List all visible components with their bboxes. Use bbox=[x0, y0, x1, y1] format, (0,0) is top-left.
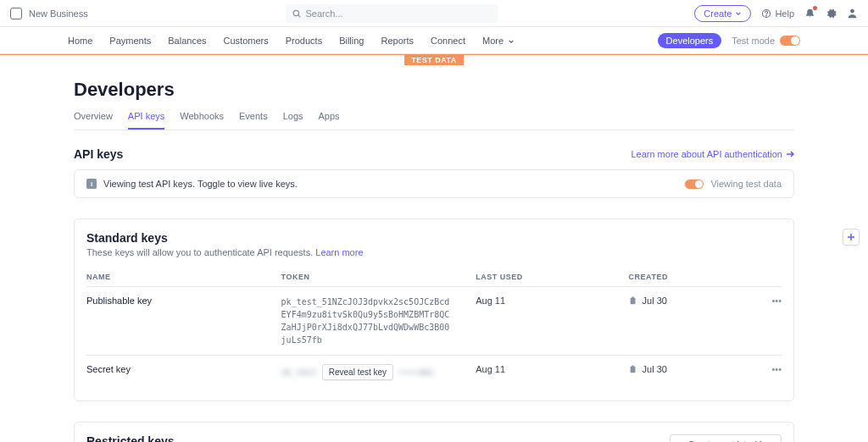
standard-keys-title: Standard keys bbox=[86, 231, 782, 245]
clipboard-icon bbox=[629, 365, 637, 373]
nav-more[interactable]: More bbox=[482, 36, 515, 46]
standard-keys-card: Standard keys These keys will allow you … bbox=[74, 218, 794, 401]
viewing-test-data-toggle[interactable] bbox=[685, 180, 704, 189]
svg-rect-5 bbox=[630, 298, 635, 305]
table-row: Publishable key pk_test_51NZcJOJ3dpvkx2s… bbox=[86, 287, 782, 356]
settings-button[interactable] bbox=[826, 8, 837, 19]
nav-payments[interactable]: Payments bbox=[109, 36, 151, 46]
col-last-used: LAST USED bbox=[476, 268, 628, 287]
col-name: NAME bbox=[86, 268, 281, 287]
svg-point-4 bbox=[850, 9, 854, 14]
tab-webhooks[interactable]: Webhooks bbox=[180, 111, 224, 130]
restricted-keys-card: Restricted keys For greater security, yo… bbox=[74, 422, 794, 442]
nav-connect[interactable]: Connect bbox=[431, 36, 465, 46]
api-keys-title: API keys bbox=[74, 147, 123, 161]
search-icon bbox=[292, 9, 301, 18]
chevron-down-icon bbox=[735, 10, 742, 17]
tab-logs[interactable]: Logs bbox=[283, 111, 303, 130]
col-token: TOKEN bbox=[281, 268, 476, 287]
nav-billing[interactable]: Billing bbox=[339, 36, 364, 46]
test-mode-label: Test mode bbox=[732, 36, 775, 46]
standard-keys-learn-more[interactable]: Learn more bbox=[315, 247, 363, 257]
test-data-separator: TEST DATA bbox=[0, 54, 868, 65]
add-fab[interactable] bbox=[843, 229, 860, 246]
nav-balances[interactable]: Balances bbox=[168, 36, 206, 46]
standard-keys-table: NAME TOKEN LAST USED CREATED Publishable… bbox=[86, 268, 782, 389]
key-created: Jul 30 bbox=[643, 296, 667, 306]
row-actions[interactable]: ••• bbox=[754, 356, 782, 390]
nav-home[interactable]: Home bbox=[68, 36, 92, 46]
col-created: CREATED bbox=[629, 268, 754, 287]
help-icon bbox=[761, 8, 771, 19]
svg-rect-8 bbox=[632, 365, 634, 367]
tab-api-keys[interactable]: API keys bbox=[128, 111, 164, 130]
tab-apps[interactable]: Apps bbox=[319, 111, 340, 130]
learn-auth-link[interactable]: Learn more about API authentication bbox=[631, 149, 794, 159]
arrow-right-icon bbox=[786, 150, 794, 158]
developers-pill[interactable]: Developers bbox=[658, 33, 722, 48]
plus-icon bbox=[847, 233, 855, 241]
app-icon bbox=[10, 8, 22, 19]
nav-customers[interactable]: Customers bbox=[224, 36, 269, 46]
business-name[interactable]: New Business bbox=[29, 8, 88, 19]
key-last-used: Aug 11 bbox=[476, 287, 628, 356]
svg-rect-6 bbox=[632, 296, 634, 298]
key-last-used: Aug 11 bbox=[476, 356, 628, 390]
test-keys-banner: i Viewing test API keys. Toggle to view … bbox=[74, 169, 794, 198]
key-token-hidden: sk_test Reveal test key ••••abc bbox=[281, 364, 435, 380]
test-data-badge: TEST DATA bbox=[404, 55, 464, 65]
test-mode-toggle-wrap: Test mode bbox=[732, 36, 800, 46]
viewing-test-data-label: Viewing test data bbox=[710, 179, 782, 189]
search-placeholder: Search... bbox=[306, 8, 343, 19]
nav-reports[interactable]: Reports bbox=[381, 36, 415, 46]
test-mode-toggle[interactable] bbox=[780, 36, 800, 46]
svg-point-3 bbox=[766, 15, 767, 16]
reveal-key-button[interactable]: Reveal test key bbox=[322, 364, 393, 380]
page-title: Developers bbox=[74, 79, 794, 101]
key-token[interactable]: pk_test_51NZcJOJ3dpvkx2sc5OJCzBcdEYF4m9z… bbox=[281, 296, 451, 346]
svg-point-0 bbox=[293, 10, 298, 15]
nav-products[interactable]: Products bbox=[286, 36, 322, 46]
topbar: New Business Search... Create Help bbox=[0, 0, 868, 27]
profile-button[interactable] bbox=[847, 8, 858, 19]
banner-text: Viewing test API keys. Toggle to view li… bbox=[103, 179, 298, 189]
tab-overview[interactable]: Overview bbox=[74, 111, 113, 130]
notification-dot bbox=[813, 6, 817, 10]
chevron-down-icon bbox=[508, 38, 515, 45]
restricted-keys-title: Restricted keys bbox=[86, 434, 668, 442]
table-row: Secret key sk_test Reveal test key ••••a… bbox=[86, 356, 782, 390]
svg-rect-7 bbox=[630, 367, 635, 373]
notifications-button[interactable] bbox=[804, 8, 815, 19]
create-button[interactable]: Create bbox=[694, 5, 751, 22]
help-link[interactable]: Help bbox=[761, 8, 794, 19]
key-name: Secret key bbox=[86, 356, 281, 390]
key-created: Jul 30 bbox=[643, 364, 667, 374]
info-icon: i bbox=[86, 179, 97, 189]
gear-icon bbox=[826, 8, 837, 19]
tabs: Overview API keys Webhooks Events Logs A… bbox=[74, 111, 794, 130]
key-name: Publishable key bbox=[86, 287, 281, 356]
navbar: Home Payments Balances Customers Product… bbox=[0, 27, 868, 54]
tab-events[interactable]: Events bbox=[239, 111, 268, 130]
row-actions[interactable]: ••• bbox=[754, 287, 782, 356]
search-input[interactable]: Search... bbox=[286, 4, 498, 23]
svg-line-1 bbox=[298, 14, 300, 17]
standard-keys-desc: These keys will allow you to authenticat… bbox=[86, 247, 782, 257]
create-restricted-key-button[interactable]: Create restricted key bbox=[670, 434, 782, 442]
clipboard-icon bbox=[629, 296, 637, 305]
user-icon bbox=[847, 8, 858, 19]
